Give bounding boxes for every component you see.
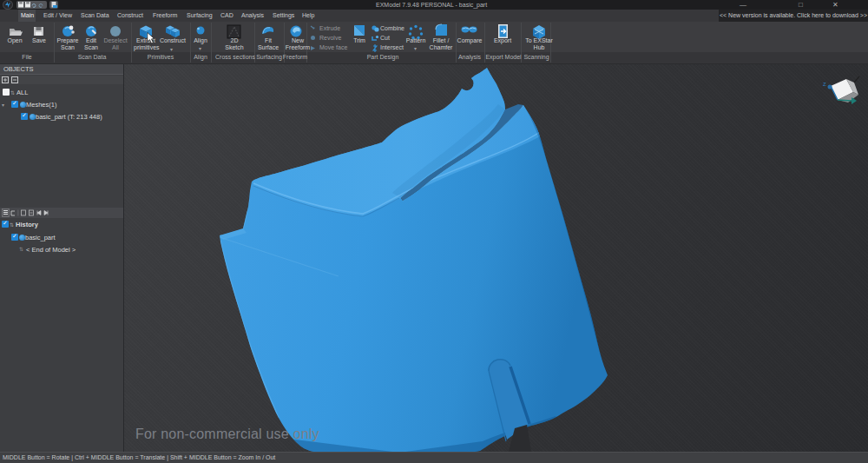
svg-text:Z: Z bbox=[823, 82, 826, 87]
